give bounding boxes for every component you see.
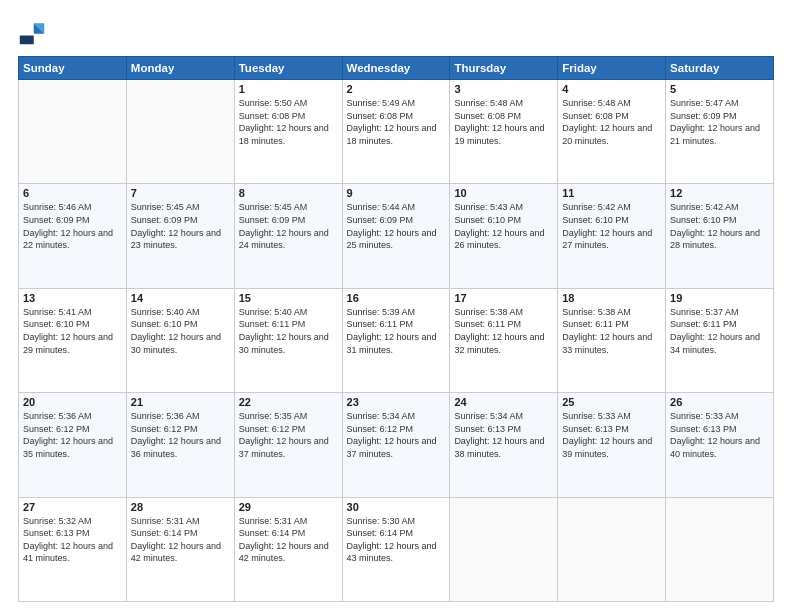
calendar-cell: 21Sunrise: 5:36 AM Sunset: 6:12 PM Dayli… <box>126 393 234 497</box>
col-header-thursday: Thursday <box>450 57 558 80</box>
calendar-cell: 22Sunrise: 5:35 AM Sunset: 6:12 PM Dayli… <box>234 393 342 497</box>
calendar-cell: 28Sunrise: 5:31 AM Sunset: 6:14 PM Dayli… <box>126 497 234 601</box>
day-info: Sunrise: 5:31 AM Sunset: 6:14 PM Dayligh… <box>131 515 230 565</box>
col-header-saturday: Saturday <box>666 57 774 80</box>
page: SundayMondayTuesdayWednesdayThursdayFrid… <box>0 0 792 612</box>
day-number: 16 <box>347 292 446 304</box>
day-number: 21 <box>131 396 230 408</box>
calendar-cell: 11Sunrise: 5:42 AM Sunset: 6:10 PM Dayli… <box>558 184 666 288</box>
day-info: Sunrise: 5:37 AM Sunset: 6:11 PM Dayligh… <box>670 306 769 356</box>
day-number: 24 <box>454 396 553 408</box>
svg-rect-3 <box>20 36 34 45</box>
calendar-cell: 8Sunrise: 5:45 AM Sunset: 6:09 PM Daylig… <box>234 184 342 288</box>
day-info: Sunrise: 5:42 AM Sunset: 6:10 PM Dayligh… <box>670 201 769 251</box>
calendar-cell: 29Sunrise: 5:31 AM Sunset: 6:14 PM Dayli… <box>234 497 342 601</box>
calendar-cell: 30Sunrise: 5:30 AM Sunset: 6:14 PM Dayli… <box>342 497 450 601</box>
day-info: Sunrise: 5:48 AM Sunset: 6:08 PM Dayligh… <box>562 97 661 147</box>
day-number: 7 <box>131 187 230 199</box>
day-number: 15 <box>239 292 338 304</box>
calendar-cell <box>666 497 774 601</box>
day-number: 18 <box>562 292 661 304</box>
calendar-cell: 6Sunrise: 5:46 AM Sunset: 6:09 PM Daylig… <box>19 184 127 288</box>
day-info: Sunrise: 5:50 AM Sunset: 6:08 PM Dayligh… <box>239 97 338 147</box>
day-info: Sunrise: 5:31 AM Sunset: 6:14 PM Dayligh… <box>239 515 338 565</box>
day-number: 1 <box>239 83 338 95</box>
day-number: 5 <box>670 83 769 95</box>
day-info: Sunrise: 5:39 AM Sunset: 6:11 PM Dayligh… <box>347 306 446 356</box>
day-info: Sunrise: 5:41 AM Sunset: 6:10 PM Dayligh… <box>23 306 122 356</box>
day-number: 28 <box>131 501 230 513</box>
col-header-friday: Friday <box>558 57 666 80</box>
calendar-cell <box>558 497 666 601</box>
logo-icon <box>18 18 46 46</box>
calendar-week-row: 20Sunrise: 5:36 AM Sunset: 6:12 PM Dayli… <box>19 393 774 497</box>
day-number: 27 <box>23 501 122 513</box>
day-info: Sunrise: 5:42 AM Sunset: 6:10 PM Dayligh… <box>562 201 661 251</box>
day-info: Sunrise: 5:36 AM Sunset: 6:12 PM Dayligh… <box>131 410 230 460</box>
calendar-cell: 9Sunrise: 5:44 AM Sunset: 6:09 PM Daylig… <box>342 184 450 288</box>
calendar-week-row: 13Sunrise: 5:41 AM Sunset: 6:10 PM Dayli… <box>19 288 774 392</box>
calendar-header-row: SundayMondayTuesdayWednesdayThursdayFrid… <box>19 57 774 80</box>
day-info: Sunrise: 5:47 AM Sunset: 6:09 PM Dayligh… <box>670 97 769 147</box>
day-number: 13 <box>23 292 122 304</box>
day-number: 26 <box>670 396 769 408</box>
day-info: Sunrise: 5:49 AM Sunset: 6:08 PM Dayligh… <box>347 97 446 147</box>
day-number: 2 <box>347 83 446 95</box>
day-info: Sunrise: 5:40 AM Sunset: 6:11 PM Dayligh… <box>239 306 338 356</box>
day-number: 29 <box>239 501 338 513</box>
calendar-cell: 15Sunrise: 5:40 AM Sunset: 6:11 PM Dayli… <box>234 288 342 392</box>
day-number: 25 <box>562 396 661 408</box>
col-header-sunday: Sunday <box>19 57 127 80</box>
day-number: 19 <box>670 292 769 304</box>
day-info: Sunrise: 5:45 AM Sunset: 6:09 PM Dayligh… <box>239 201 338 251</box>
day-number: 14 <box>131 292 230 304</box>
calendar-cell: 14Sunrise: 5:40 AM Sunset: 6:10 PM Dayli… <box>126 288 234 392</box>
calendar-cell: 12Sunrise: 5:42 AM Sunset: 6:10 PM Dayli… <box>666 184 774 288</box>
day-number: 23 <box>347 396 446 408</box>
day-info: Sunrise: 5:38 AM Sunset: 6:11 PM Dayligh… <box>562 306 661 356</box>
day-number: 4 <box>562 83 661 95</box>
calendar-cell: 20Sunrise: 5:36 AM Sunset: 6:12 PM Dayli… <box>19 393 127 497</box>
day-number: 17 <box>454 292 553 304</box>
day-info: Sunrise: 5:36 AM Sunset: 6:12 PM Dayligh… <box>23 410 122 460</box>
calendar-cell: 16Sunrise: 5:39 AM Sunset: 6:11 PM Dayli… <box>342 288 450 392</box>
day-number: 20 <box>23 396 122 408</box>
calendar-cell <box>126 80 234 184</box>
day-number: 12 <box>670 187 769 199</box>
day-info: Sunrise: 5:40 AM Sunset: 6:10 PM Dayligh… <box>131 306 230 356</box>
calendar-cell: 3Sunrise: 5:48 AM Sunset: 6:08 PM Daylig… <box>450 80 558 184</box>
day-info: Sunrise: 5:45 AM Sunset: 6:09 PM Dayligh… <box>131 201 230 251</box>
day-info: Sunrise: 5:34 AM Sunset: 6:13 PM Dayligh… <box>454 410 553 460</box>
day-info: Sunrise: 5:43 AM Sunset: 6:10 PM Dayligh… <box>454 201 553 251</box>
calendar-cell: 27Sunrise: 5:32 AM Sunset: 6:13 PM Dayli… <box>19 497 127 601</box>
day-number: 11 <box>562 187 661 199</box>
day-info: Sunrise: 5:32 AM Sunset: 6:13 PM Dayligh… <box>23 515 122 565</box>
calendar-cell <box>450 497 558 601</box>
day-number: 3 <box>454 83 553 95</box>
calendar-cell: 17Sunrise: 5:38 AM Sunset: 6:11 PM Dayli… <box>450 288 558 392</box>
calendar-cell: 25Sunrise: 5:33 AM Sunset: 6:13 PM Dayli… <box>558 393 666 497</box>
col-header-wednesday: Wednesday <box>342 57 450 80</box>
calendar-cell: 18Sunrise: 5:38 AM Sunset: 6:11 PM Dayli… <box>558 288 666 392</box>
calendar-cell: 24Sunrise: 5:34 AM Sunset: 6:13 PM Dayli… <box>450 393 558 497</box>
day-number: 9 <box>347 187 446 199</box>
calendar-cell: 5Sunrise: 5:47 AM Sunset: 6:09 PM Daylig… <box>666 80 774 184</box>
day-info: Sunrise: 5:34 AM Sunset: 6:12 PM Dayligh… <box>347 410 446 460</box>
calendar-week-row: 27Sunrise: 5:32 AM Sunset: 6:13 PM Dayli… <box>19 497 774 601</box>
calendar-week-row: 1Sunrise: 5:50 AM Sunset: 6:08 PM Daylig… <box>19 80 774 184</box>
calendar-cell: 13Sunrise: 5:41 AM Sunset: 6:10 PM Dayli… <box>19 288 127 392</box>
day-info: Sunrise: 5:35 AM Sunset: 6:12 PM Dayligh… <box>239 410 338 460</box>
calendar-cell: 10Sunrise: 5:43 AM Sunset: 6:10 PM Dayli… <box>450 184 558 288</box>
day-number: 8 <box>239 187 338 199</box>
header <box>18 18 774 46</box>
col-header-monday: Monday <box>126 57 234 80</box>
calendar-cell: 26Sunrise: 5:33 AM Sunset: 6:13 PM Dayli… <box>666 393 774 497</box>
day-number: 30 <box>347 501 446 513</box>
calendar-week-row: 6Sunrise: 5:46 AM Sunset: 6:09 PM Daylig… <box>19 184 774 288</box>
day-info: Sunrise: 5:33 AM Sunset: 6:13 PM Dayligh… <box>670 410 769 460</box>
calendar-cell: 7Sunrise: 5:45 AM Sunset: 6:09 PM Daylig… <box>126 184 234 288</box>
day-number: 22 <box>239 396 338 408</box>
logo <box>18 18 50 46</box>
calendar-cell: 1Sunrise: 5:50 AM Sunset: 6:08 PM Daylig… <box>234 80 342 184</box>
calendar-cell: 19Sunrise: 5:37 AM Sunset: 6:11 PM Dayli… <box>666 288 774 392</box>
